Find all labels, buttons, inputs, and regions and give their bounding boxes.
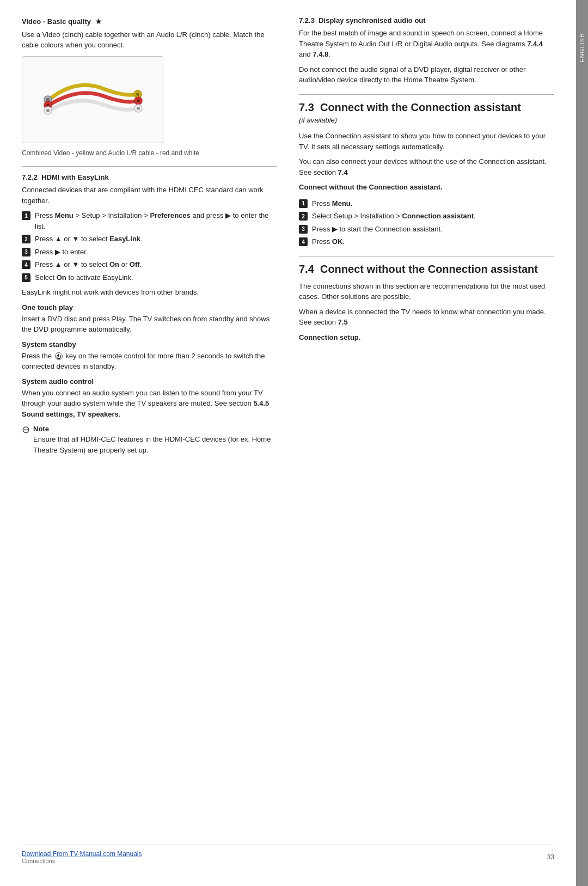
step-1: 1 Press Menu > Setup > Installation > Pr…: [22, 210, 277, 231]
section-73-desc1: Use the Connection assistant to show you…: [299, 131, 554, 152]
svg-point-7: [136, 93, 139, 96]
section-722-desc: Connected devices that are compliant wit…: [22, 185, 277, 206]
system-audio-desc: When you connect an audio system you can…: [22, 388, 277, 420]
section-73-steps: 1 Press Menu. 2 Select Setup > Installat…: [299, 198, 554, 247]
video-section: Video - Basic quality ★ Use a Video (cin…: [22, 16, 277, 157]
video-text: Video: [22, 17, 41, 26]
step-73-4-text: Press OK.: [312, 236, 345, 247]
section-74: 7.4 Connect without the Connection assis…: [299, 263, 554, 343]
connections-label: Connections: [22, 858, 142, 864]
note-icon: ⊖: [22, 424, 30, 436]
step-73-4-badge: 4: [299, 237, 308, 246]
section-723-desc1: For the best match of image and sound in…: [299, 28, 554, 60]
video-quality: - Basic quality: [43, 17, 91, 26]
svg-point-9: [137, 99, 140, 102]
section-74-desc2: When a device is connected the TV needs …: [299, 307, 554, 328]
cable-svg: [33, 62, 152, 138]
one-touch-play-desc: Insert a DVD disc and press Play. The TV…: [22, 314, 277, 335]
section-73-ref-text: Connect without the Connection assistant…: [299, 182, 554, 193]
section-73-subtitle: (if available): [299, 115, 554, 126]
svg-point-5: [46, 109, 50, 112]
note-desc: Ensure that all HDMI-CEC features in the…: [33, 434, 277, 455]
one-touch-play-heading: One touch play: [22, 303, 277, 311]
step-73-1: 1 Press Menu.: [299, 198, 554, 209]
step-1-badge: 1: [22, 211, 30, 220]
step-2-text: Press ▲ or ▼ to select EasyLink.: [35, 234, 143, 245]
section-74-title: 7.4 Connect without the Connection assis…: [299, 263, 554, 276]
easylink-note: EasyLink might not work with devices fro…: [22, 287, 277, 298]
step-5-badge: 5: [22, 273, 30, 282]
col-right: 7.2.3 Display synchronised audio out For…: [299, 16, 554, 834]
section-73: 7.3 Connect with the Connection assistan…: [299, 101, 554, 247]
svg-point-11: [137, 107, 140, 110]
footer: Download From TV-Manual.com Manuals Conn…: [22, 845, 554, 864]
section-722: 7.2.2 HDMI with EasyLink Connected devic…: [22, 173, 277, 460]
system-standby-desc: Press the ⏻ key on the remote control fo…: [22, 351, 277, 372]
step-2: 2 Press ▲ or ▼ to select EasyLink.: [22, 234, 277, 245]
footer-link[interactable]: Download From TV-Manual.com Manuals: [22, 850, 142, 858]
two-col-layout: Video - Basic quality ★ Use a Video (cin…: [22, 16, 554, 834]
main-content: Video - Basic quality ★ Use a Video (cin…: [0, 0, 576, 886]
video-star: ★: [95, 17, 102, 26]
section-divider-74: [299, 256, 554, 256]
section-73-desc2: You can also connect your devices withou…: [299, 156, 554, 178]
page-container: Video - Basic quality ★ Use a Video (cin…: [0, 0, 588, 886]
step-73-1-badge: 1: [299, 199, 308, 208]
section-723-title: 7.2.3 Display synchronised audio out: [299, 16, 554, 25]
footer-page-number: 33: [547, 853, 554, 861]
step-4: 4 Press ▲ or ▼ to select On or Off.: [22, 259, 277, 270]
cable-caption: Combined Video - yellow and Audio L/R ca…: [22, 149, 277, 158]
step-1-text: Press Menu > Setup > Installation > Pref…: [35, 210, 277, 231]
video-desc: Use a Video (cinch) cable together with …: [22, 29, 277, 51]
section-722-title: 7.2.2 HDMI with EasyLink: [22, 173, 277, 181]
note-content: Note Ensure that all HDMI-CEC features i…: [33, 425, 277, 460]
section-723-desc2: Do not connect the audio signal of a DVD…: [299, 64, 554, 85]
step-73-4: 4 Press OK.: [299, 236, 554, 247]
step-73-1-text: Press Menu.: [312, 198, 352, 209]
cable-image: [22, 56, 163, 143]
sidebar-tab: ENGLISH: [576, 0, 588, 886]
step-5: 5 Select On to activate EasyLink.: [22, 272, 277, 283]
step-73-2-badge: 2: [299, 212, 308, 221]
step-2-badge: 2: [22, 235, 30, 243]
sidebar-label: ENGLISH: [579, 33, 585, 62]
video-label: Video - Basic quality ★: [22, 16, 277, 27]
step-73-3-badge: 3: [299, 225, 308, 234]
step-73-3-text: Press ▶ to start the Connection assistan…: [312, 224, 443, 235]
section-723: 7.2.3 Display synchronised audio out For…: [299, 16, 554, 85]
svg-point-3: [46, 103, 50, 107]
section-73-title: 7.3 Connect with the Connection assistan…: [299, 101, 554, 114]
note-label: Note: [33, 425, 49, 433]
step-4-badge: 4: [22, 260, 30, 269]
section-divider-73: [299, 94, 554, 95]
section-74-ref-text: Connection setup.: [299, 332, 554, 343]
section-divider-722: [22, 166, 277, 167]
section-722-steps: 1 Press Menu > Setup > Installation > Pr…: [22, 210, 277, 283]
system-standby-heading: System standby: [22, 340, 277, 349]
section-74-desc1: The connections shown in this section ar…: [299, 281, 554, 302]
step-73-2-text: Select Setup > Installation > Connection…: [312, 211, 476, 222]
svg-point-1: [46, 98, 50, 101]
col-left: Video - Basic quality ★ Use a Video (cin…: [22, 16, 277, 834]
footer-left: Download From TV-Manual.com Manuals Conn…: [22, 850, 142, 864]
step-3-text: Press ▶ to enter.: [35, 247, 88, 258]
step-3: 3 Press ▶ to enter.: [22, 247, 277, 258]
step-3-badge: 3: [22, 248, 30, 256]
step-73-3: 3 Press ▶ to start the Connection assist…: [299, 224, 554, 235]
note-box: ⊖ Note Ensure that all HDMI-CEC features…: [22, 425, 277, 460]
step-73-2: 2 Select Setup > Installation > Connecti…: [299, 211, 554, 222]
power-icon: ⏻: [55, 352, 63, 360]
system-audio-heading: System audio control: [22, 377, 277, 386]
step-5-text: Select On to activate EasyLink.: [35, 272, 133, 283]
step-4-text: Press ▲ or ▼ to select On or Off.: [35, 259, 142, 270]
